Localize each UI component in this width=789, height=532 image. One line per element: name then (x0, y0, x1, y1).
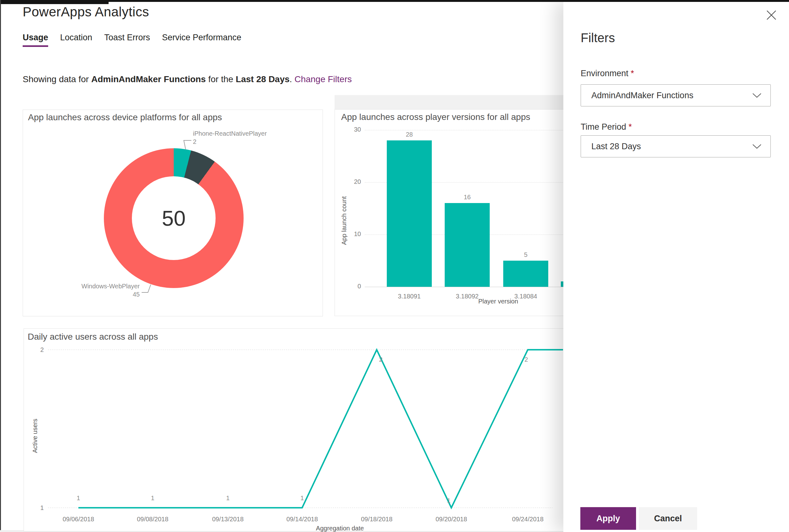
powerapps-analytics-page: PowerApps Analytics Usage Location Toast… (0, 0, 789, 532)
bar-y-tick: 0 (346, 283, 361, 290)
bar-gridline (365, 130, 564, 130)
time-period-dropdown[interactable]: Last 28 Days (581, 135, 771, 157)
donut-callout-windows: Windows-WebPlayer 45 (64, 282, 140, 299)
environment-field-label: Environment * (581, 69, 634, 78)
donut-chart-card: App launches across device platforms for… (23, 110, 323, 316)
showing-data-summary: Showing data for AdminAndMaker Functions… (23, 74, 352, 84)
line-chart-card: Daily active users across all apps Activ… (24, 328, 564, 531)
summary-prefix: Showing data for (23, 74, 91, 84)
close-icon[interactable] (765, 9, 778, 21)
environment-dropdown-value: AdminAndMaker Functions (591, 91, 752, 100)
environment-dropdown[interactable]: AdminAndMaker Functions (581, 84, 771, 107)
line-chart-x-axis-label: Aggregation date (308, 525, 371, 532)
line-point-label: 1 (76, 495, 80, 501)
line-chart-plot: 21109/06/2018109/08/2018109/13/2018109/1… (24, 329, 564, 531)
tab-service-performance[interactable]: Service Performance (162, 33, 242, 47)
bar-y-tick: 10 (346, 230, 361, 238)
donut-callout-iphone-value: 2 (193, 138, 196, 145)
bar-y-tick: 30 (346, 126, 361, 133)
line-point-label: 1 (447, 497, 450, 504)
page-title: PowerApps Analytics (23, 4, 149, 20)
line-y-tick: 2 (40, 346, 44, 353)
tab-toast-errors[interactable]: Toast Errors (104, 33, 150, 47)
donut-chart-title: App launches across device platforms for… (28, 112, 222, 122)
line-x-tick: 09/08/2018 (137, 516, 168, 522)
line-x-tick: 09/24/2018 (512, 516, 543, 522)
time-period-dropdown-value: Last 28 Days (591, 142, 752, 151)
bar-chart-card: App launches across player versions for … (334, 109, 564, 316)
bar-chart-title: App launches across player versions for … (341, 112, 530, 122)
donut-callout-iphone: iPhone-ReactNativePlayer 2 (193, 129, 267, 146)
cancel-button[interactable]: Cancel (639, 507, 697, 530)
bar-axis-baseline (365, 287, 564, 287)
apply-button[interactable]: Apply (580, 507, 636, 530)
donut-callout-windows-label: Windows-WebPlayer (81, 283, 140, 290)
donut-center-value: 50 (132, 176, 216, 260)
line-point-label: 2 (379, 356, 382, 363)
filters-panel: Filters Environment * AdminAndMaker Func… (563, 2, 789, 532)
bar-x-tick: 3.18091 (387, 293, 431, 300)
donut-total: 50 (162, 206, 186, 230)
bar (503, 261, 548, 287)
bar (387, 140, 432, 287)
donut-callout-windows-value: 45 (133, 291, 140, 298)
filters-panel-title: Filters (581, 31, 615, 45)
window-top-border-segment (0, 0, 109, 4)
line-y-tick: 1 (40, 504, 44, 511)
time-period-label-text: Time Period (581, 122, 626, 132)
bar (445, 203, 490, 287)
line-point-label: 1 (300, 495, 304, 501)
tab-bar: Usage Location Toast Errors Service Perf… (23, 33, 242, 47)
chevron-down-icon (752, 93, 762, 98)
required-asterisk: * (629, 122, 632, 132)
line-x-tick: 09/13/2018 (212, 516, 244, 522)
tab-location[interactable]: Location (60, 33, 92, 47)
tab-usage[interactable]: Usage (23, 33, 48, 47)
line-x-tick: 09/14/2018 (286, 516, 318, 522)
change-filters-link[interactable]: Change Filters (294, 74, 352, 84)
required-asterisk: * (631, 69, 634, 78)
time-period-field-label: Time Period * (581, 122, 632, 132)
line-x-tick: 09/20/2018 (436, 516, 467, 522)
environment-label-text: Environment (581, 69, 629, 78)
line-point-label: 1 (151, 495, 154, 501)
summary-suffix: . (290, 74, 294, 84)
donut-callout-iphone-label: iPhone-ReactNativePlayer (193, 130, 267, 137)
bar-chart-x-axis-label: Player version (475, 298, 522, 305)
line-series (78, 350, 563, 508)
bar-y-tick: 20 (346, 178, 361, 185)
window-left-border (0, 0, 1, 532)
line-point-label: 1 (226, 495, 229, 501)
summary-environment: AdminAndMaker Functions (91, 74, 206, 84)
content-gutter (334, 95, 563, 109)
line-x-tick: 09/18/2018 (361, 516, 392, 522)
bar-value-label: 28 (394, 131, 425, 138)
line-point-label: 2 (524, 356, 528, 363)
bar-value-label: 16 (451, 194, 483, 201)
chevron-down-icon (752, 144, 762, 149)
summary-middle: for the (206, 74, 236, 84)
bar-value-label: 5 (510, 251, 542, 259)
line-x-tick: 09/06/2018 (63, 516, 94, 522)
summary-period: Last 28 Days (236, 74, 290, 84)
